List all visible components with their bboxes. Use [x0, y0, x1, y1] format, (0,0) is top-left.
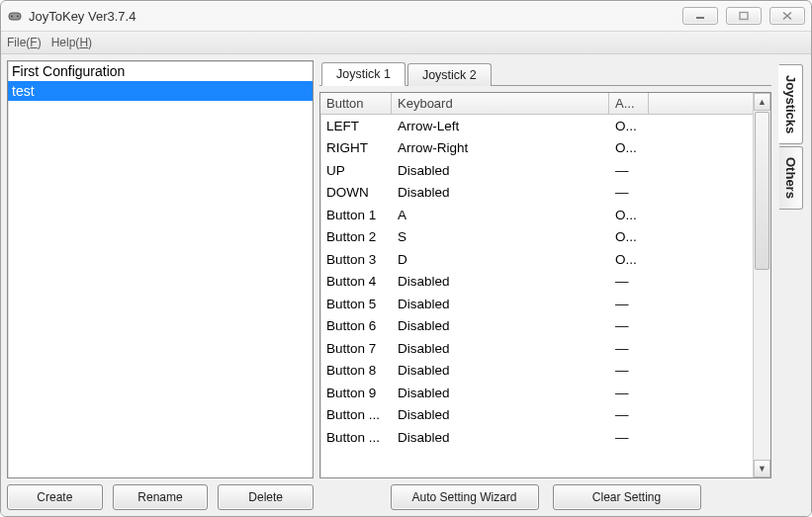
- cell-a: O...: [609, 208, 649, 222]
- auto-setting-wizard-button[interactable]: Auto Setting Wizard: [391, 484, 539, 510]
- cell-keyboard: Disabled: [392, 386, 609, 400]
- table-row[interactable]: Button 9Disabled—: [320, 382, 753, 404]
- cell-button: Button 6: [320, 318, 392, 333]
- scroll-up-icon[interactable]: ▲: [754, 93, 770, 111]
- table-header: Button Keyboard A...: [320, 93, 753, 115]
- scroll-thumb[interactable]: [755, 112, 769, 270]
- maximize-button[interactable]: [726, 7, 762, 25]
- rename-button[interactable]: Rename: [113, 484, 209, 510]
- cell-a: —: [609, 363, 649, 378]
- cell-button: LEFT: [320, 119, 392, 133]
- cell-button: RIGHT: [320, 140, 392, 155]
- table-body: LEFTArrow-LeftO...RIGHTArrow-RightO...UP…: [320, 115, 753, 449]
- table-row[interactable]: Button 5Disabled—: [320, 293, 753, 315]
- window-buttons: [682, 7, 805, 25]
- col-header-button[interactable]: Button: [320, 93, 392, 114]
- table-row[interactable]: Button ...Disabled—: [320, 426, 753, 449]
- cell-keyboard: Disabled: [392, 274, 609, 289]
- cell-a: O...: [609, 252, 649, 267]
- mapping-table[interactable]: Button Keyboard A... LEFTArrow-LeftO...R…: [320, 93, 753, 477]
- table-row[interactable]: Button 8Disabled—: [320, 360, 753, 383]
- cell-button: Button ...: [320, 430, 392, 445]
- joystick-tabs: Joystick 1 Joystick 2: [319, 60, 771, 86]
- cell-a: —: [609, 407, 649, 422]
- cell-keyboard: S: [392, 229, 609, 244]
- cell-button: Button 9: [320, 386, 392, 400]
- cell-a: —: [609, 341, 649, 356]
- cell-keyboard: Disabled: [392, 185, 609, 200]
- cell-a: —: [609, 386, 649, 400]
- table-row[interactable]: LEFTArrow-LeftO...: [320, 115, 753, 137]
- cell-a: —: [609, 430, 649, 445]
- col-header-keyboard[interactable]: Keyboard: [392, 93, 609, 114]
- client-area: First Configurationtest Create Rename De…: [1, 54, 811, 516]
- cell-keyboard: D: [392, 252, 609, 267]
- svg-point-2: [17, 16, 19, 18]
- cell-keyboard: Arrow-Left: [392, 119, 609, 133]
- minimize-button[interactable]: [682, 7, 718, 25]
- mapping-table-wrap: Button Keyboard A... LEFTArrow-LeftO...R…: [319, 92, 771, 478]
- table-row[interactable]: RIGHTArrow-RightO...: [320, 137, 753, 160]
- close-button[interactable]: [769, 7, 805, 25]
- vertical-tabs: Joysticks Others: [777, 60, 805, 510]
- cell-a: O...: [609, 119, 649, 133]
- svg-rect-4: [740, 13, 748, 20]
- cell-button: Button 8: [320, 363, 392, 378]
- vertical-scrollbar[interactable]: ▲ ▼: [753, 93, 770, 477]
- svg-point-1: [11, 16, 13, 18]
- table-row[interactable]: Button 4Disabled—: [320, 271, 753, 294]
- cell-button: Button 5: [320, 297, 392, 311]
- cell-keyboard: A: [392, 208, 609, 222]
- list-item[interactable]: First Configuration: [8, 61, 313, 81]
- cell-keyboard: Disabled: [392, 430, 609, 445]
- table-row[interactable]: Button 6Disabled—: [320, 315, 753, 338]
- table-row[interactable]: Button 3DO...: [320, 248, 753, 271]
- cell-a: O...: [609, 229, 649, 244]
- delete-button[interactable]: Delete: [218, 484, 314, 510]
- cell-a: —: [609, 297, 649, 311]
- create-button[interactable]: Create: [7, 484, 103, 510]
- table-row[interactable]: Button 7Disabled—: [320, 337, 753, 360]
- menubar: File(F) Help(H): [1, 31, 811, 54]
- config-button-row: Create Rename Delete: [7, 484, 314, 510]
- cell-keyboard: Disabled: [392, 407, 609, 422]
- table-row[interactable]: Button 1AO...: [320, 204, 753, 226]
- scroll-down-icon[interactable]: ▼: [754, 460, 770, 477]
- vtab-joysticks[interactable]: Joysticks: [778, 64, 803, 144]
- cell-button: Button ...: [320, 407, 392, 422]
- main-panel: Joystick 1 Joystick 2 Button Keyboard A.…: [319, 60, 771, 510]
- cell-button: Button 4: [320, 274, 392, 289]
- col-header-a[interactable]: A...: [609, 93, 649, 114]
- list-item[interactable]: test: [8, 81, 313, 101]
- table-row[interactable]: DOWNDisabled—: [320, 182, 753, 205]
- tab-joystick-1[interactable]: Joystick 1: [321, 62, 406, 86]
- cell-button: DOWN: [320, 185, 392, 200]
- cell-a: O...: [609, 140, 649, 155]
- menu-file[interactable]: File(F): [7, 36, 42, 49]
- vtab-others[interactable]: Others: [779, 146, 803, 210]
- app-window: JoyToKey Ver3.7.4 File(F) Help(H) First …: [0, 0, 812, 517]
- table-row[interactable]: Button 2SO...: [320, 226, 753, 249]
- tab-joystick-2[interactable]: Joystick 2: [407, 63, 492, 86]
- cell-a: —: [609, 185, 649, 200]
- cell-button: Button 1: [320, 208, 392, 222]
- cell-keyboard: Disabled: [392, 297, 609, 311]
- col-header-spacer: [649, 93, 753, 114]
- table-row[interactable]: UPDisabled—: [320, 159, 753, 182]
- cell-keyboard: Disabled: [392, 363, 609, 378]
- cell-a: —: [609, 163, 649, 178]
- cell-a: —: [609, 274, 649, 289]
- left-panel: First Configurationtest Create Rename De…: [7, 60, 314, 510]
- cell-button: Button 3: [320, 252, 392, 267]
- cell-button: Button 2: [320, 229, 392, 244]
- action-row: Auto Setting Wizard Clear Setting: [319, 484, 771, 510]
- cell-a: —: [609, 318, 649, 333]
- cell-button: UP: [320, 163, 392, 178]
- cell-button: Button 7: [320, 341, 392, 356]
- config-listbox[interactable]: First Configurationtest: [7, 60, 314, 478]
- table-row[interactable]: Button ...Disabled—: [320, 404, 753, 427]
- clear-setting-button[interactable]: Clear Setting: [553, 484, 701, 510]
- cell-keyboard: Arrow-Right: [392, 140, 609, 155]
- menu-help[interactable]: Help(H): [51, 36, 92, 49]
- cell-keyboard: Disabled: [392, 163, 609, 178]
